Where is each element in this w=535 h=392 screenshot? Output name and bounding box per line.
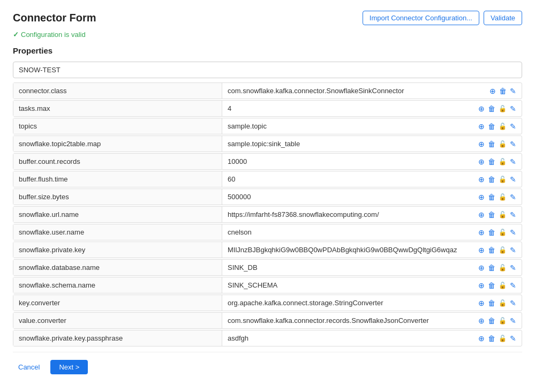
table-row: snowflake.url.namehttps://imfarht-fs8736… <box>13 206 522 223</box>
delete-icon[interactable]: 🗑 <box>499 87 507 95</box>
prop-value: 4 <box>222 101 473 116</box>
section-title: Properties <box>13 46 522 55</box>
edit-icon[interactable]: ✎ <box>510 334 516 343</box>
delete-icon[interactable]: 🗑 <box>488 281 495 290</box>
prop-key: snowflake.schema.name <box>13 277 222 293</box>
add-icon[interactable]: ⊕ <box>478 175 485 184</box>
lock-icon[interactable]: 🔓 <box>499 229 507 236</box>
validate-button[interactable]: Validate <box>484 11 522 25</box>
prop-value: 60 <box>222 171 473 187</box>
edit-icon[interactable]: ✎ <box>510 263 516 272</box>
delete-icon[interactable]: 🗑 <box>488 210 495 219</box>
add-icon[interactable]: ⊕ <box>478 104 485 113</box>
add-icon[interactable]: ⊕ <box>478 193 485 201</box>
add-icon[interactable]: ⊕ <box>478 281 485 290</box>
add-icon[interactable]: ⊕ <box>478 334 485 343</box>
prop-value: sample.topic <box>222 118 473 134</box>
add-icon[interactable]: ⊕ <box>478 246 485 254</box>
lock-icon[interactable]: 🔓 <box>499 123 507 130</box>
add-icon[interactable]: ⊕ <box>478 228 485 237</box>
edit-icon[interactable]: ✎ <box>510 193 516 201</box>
lock-icon[interactable]: 🔓 <box>499 299 507 307</box>
prop-value: com.snowflake.kafka.connector.records.Sn… <box>222 313 473 328</box>
delete-icon[interactable]: 🗑 <box>488 140 495 148</box>
prop-key: value.converter <box>13 313 222 328</box>
prop-key: topics <box>13 118 222 134</box>
lock-icon[interactable]: 🔓 <box>499 211 507 218</box>
table-row: topicssample.topic⊕🗑🔓✎ <box>13 118 522 134</box>
import-connector-button[interactable]: Import Connector Configuration... <box>363 11 479 25</box>
edit-icon[interactable]: ✎ <box>510 246 516 254</box>
prop-actions: ⊕🗑🔓✎ <box>473 228 522 237</box>
delete-icon[interactable]: 🗑 <box>488 193 495 201</box>
prop-key: buffer.count.records <box>13 154 222 169</box>
add-icon[interactable]: ⊕ <box>478 122 485 131</box>
lock-icon[interactable]: 🔓 <box>499 105 507 112</box>
edit-icon[interactable]: ✎ <box>510 299 516 307</box>
page-title: Connector Form <box>13 12 96 24</box>
cancel-button[interactable]: Cancel <box>13 360 45 374</box>
add-icon[interactable]: ⊕ <box>489 87 496 95</box>
delete-icon[interactable]: 🗑 <box>488 263 495 272</box>
prop-actions: ⊕🗑🔓✎ <box>473 157 522 166</box>
lock-icon[interactable]: 🔓 <box>499 282 507 289</box>
prop-actions: ⊕🗑🔓✎ <box>473 122 522 131</box>
table-row: snowflake.user.namecnelson⊕🗑🔓✎ <box>13 224 522 240</box>
edit-icon[interactable]: ✎ <box>510 140 516 148</box>
table-row: snowflake.private.keyMIlJnzBJBgkqhkiG9w0… <box>13 242 522 258</box>
delete-icon[interactable]: 🗑 <box>488 246 495 254</box>
lock-icon[interactable]: 🔓 <box>499 176 507 183</box>
prop-value: sample.topic:sink_table <box>222 136 473 152</box>
table-row: snowflake.schema.nameSINK_SCHEMA⊕🗑🔓✎ <box>13 277 522 293</box>
checkmark-icon: ✓ <box>13 31 19 39</box>
next-button[interactable]: Next > <box>50 360 88 374</box>
prop-value: 10000 <box>222 154 473 169</box>
lock-icon[interactable]: 🔓 <box>499 246 507 254</box>
delete-icon[interactable]: 🗑 <box>488 122 495 131</box>
prop-value: asdfgh <box>222 330 473 346</box>
add-icon[interactable]: ⊕ <box>478 140 485 148</box>
add-icon[interactable]: ⊕ <box>478 157 485 166</box>
edit-icon[interactable]: ✎ <box>510 157 516 166</box>
lock-icon[interactable]: 🔓 <box>499 193 507 201</box>
table-row: buffer.size.bytes500000⊕🗑🔓✎ <box>13 189 522 205</box>
delete-icon[interactable]: 🗑 <box>488 334 495 343</box>
edit-icon[interactable]: ✎ <box>510 281 516 290</box>
prop-actions: ⊕🗑🔓✎ <box>473 210 522 219</box>
lock-icon[interactable]: 🔓 <box>499 140 507 148</box>
delete-icon[interactable]: 🗑 <box>488 157 495 166</box>
properties-list: connector.classcom.snowflake.kafka.conne… <box>13 82 522 346</box>
edit-icon[interactable]: ✎ <box>510 87 516 95</box>
prop-actions: ⊕🗑🔓✎ <box>473 316 522 325</box>
connector-name-input[interactable] <box>13 62 522 78</box>
add-icon[interactable]: ⊕ <box>478 263 485 272</box>
prop-key: buffer.flush.time <box>13 171 222 187</box>
add-icon[interactable]: ⊕ <box>478 299 485 307</box>
prop-key: buffer.size.bytes <box>13 189 222 205</box>
prop-key: snowflake.topic2table.map <box>13 136 222 152</box>
lock-icon[interactable]: 🔓 <box>499 158 507 165</box>
delete-icon[interactable]: 🗑 <box>488 316 495 325</box>
prop-actions: ⊕🗑🔓✎ <box>473 281 522 290</box>
lock-icon[interactable]: 🔓 <box>499 317 507 325</box>
connector-name-row <box>13 62 522 78</box>
add-icon[interactable]: ⊕ <box>478 316 485 325</box>
lock-icon[interactable]: 🔓 <box>499 335 507 342</box>
table-row: snowflake.database.nameSINK_DB⊕🗑🔓✎ <box>13 259 522 276</box>
prop-actions: ⊕🗑🔓✎ <box>473 263 522 272</box>
prop-key: snowflake.user.name <box>13 224 222 240</box>
delete-icon[interactable]: 🗑 <box>488 299 495 307</box>
delete-icon[interactable]: 🗑 <box>488 228 495 237</box>
prop-value: cnelson <box>222 224 473 240</box>
prop-actions: ⊕🗑✎ <box>479 87 522 95</box>
edit-icon[interactable]: ✎ <box>510 104 516 113</box>
add-icon[interactable]: ⊕ <box>478 210 485 219</box>
edit-icon[interactable]: ✎ <box>510 316 516 325</box>
edit-icon[interactable]: ✎ <box>510 210 516 219</box>
delete-icon[interactable]: 🗑 <box>488 104 495 113</box>
edit-icon[interactable]: ✎ <box>510 175 516 184</box>
delete-icon[interactable]: 🗑 <box>488 175 495 184</box>
lock-icon[interactable]: 🔓 <box>499 264 507 272</box>
edit-icon[interactable]: ✎ <box>510 228 516 237</box>
edit-icon[interactable]: ✎ <box>510 122 516 131</box>
